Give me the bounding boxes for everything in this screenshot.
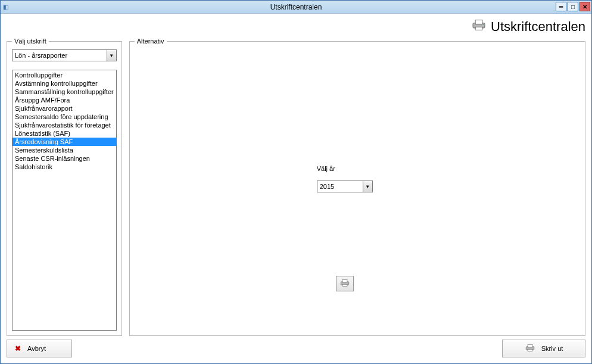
printer-icon	[471, 19, 487, 35]
list-item[interactable]: Saldohistorik	[13, 163, 116, 171]
close-button[interactable]: ✕	[579, 2, 590, 11]
category-select[interactable]: Lön - årsrapporter ▼	[12, 49, 117, 61]
cancel-icon: ✖	[14, 345, 21, 352]
window-title: Utskriftcentralen	[1, 3, 591, 11]
category-select-value: Lön - årsrapporter	[13, 52, 107, 59]
window-controls: ━ □ ✕	[556, 2, 590, 11]
minimize-button[interactable]: ━	[556, 2, 566, 11]
svg-rect-1	[475, 20, 482, 24]
list-item[interactable]: Semesterskuldslista	[13, 146, 116, 154]
list-item[interactable]: Avstämning kontrolluppgifter	[13, 79, 116, 88]
svg-rect-8	[528, 344, 532, 347]
app-window: ◧ Utskriftcentralen ━ □ ✕ Utskriftcentra…	[0, 0, 592, 364]
list-item[interactable]: Sjukfrånvarostatistik för företaget	[13, 121, 116, 129]
list-item[interactable]: Kontrolluppgifter	[13, 71, 116, 79]
client-area: Utskriftcentralen Välj utskrift Lön - år…	[1, 14, 591, 363]
maximize-button[interactable]: □	[568, 2, 578, 11]
svg-point-3	[483, 24, 484, 25]
body: Välj utskrift Lön - årsrapporter ▼ Kontr…	[7, 38, 585, 336]
page-title: Utskriftcentralen	[471, 19, 585, 35]
options-legend: Alternativ	[135, 38, 167, 45]
printer-icon	[339, 279, 350, 288]
cancel-button[interactable]: ✖ Avbryt	[7, 340, 72, 357]
options-group: Alternativ Välj år 2015 ▼	[129, 38, 585, 336]
list-item[interactable]: Årsredovisning SAF	[13, 138, 116, 146]
list-item[interactable]: Sjukfrånvarorapport	[13, 104, 116, 113]
report-list[interactable]: KontrolluppgifterAvstämning kontrolluppg…	[12, 70, 117, 331]
list-item[interactable]: Lönestatistik (SAF)	[13, 129, 116, 138]
titlebar: ◧ Utskriftcentralen ━ □ ✕	[1, 1, 591, 14]
print-button[interactable]: Skriv ut	[502, 340, 585, 357]
list-item[interactable]: Årsuppg AMF/Fora	[13, 96, 116, 104]
year-select-value: 2015	[317, 183, 363, 190]
select-print-group: Välj utskrift Lön - årsrapporter ▼ Kontr…	[7, 38, 122, 336]
list-item[interactable]: Semestersaldo före uppdatering	[13, 113, 116, 121]
svg-rect-9	[528, 349, 532, 351]
page-title-text: Utskriftcentralen	[491, 19, 585, 35]
preview-button[interactable]	[336, 276, 354, 291]
chevron-down-icon: ▼	[107, 50, 116, 61]
svg-rect-2	[475, 27, 482, 30]
print-label: Skriv ut	[541, 345, 563, 352]
chevron-down-icon: ▼	[363, 181, 372, 192]
svg-rect-6	[342, 284, 347, 286]
year-select[interactable]: 2015 ▼	[317, 181, 373, 192]
year-label: Välj år	[317, 165, 335, 172]
header: Utskriftcentralen	[7, 17, 585, 36]
list-item[interactable]: Sammanställning kontrolluppgifter	[13, 88, 116, 96]
select-print-legend: Välj utskrift	[12, 38, 49, 45]
app-icon: ◧	[3, 4, 8, 10]
list-item[interactable]: Senaste CSR-inläsningen	[13, 154, 116, 163]
svg-rect-5	[342, 279, 347, 282]
cancel-label: Avbryt	[27, 345, 46, 352]
options-area: Välj år 2015 ▼	[135, 49, 580, 331]
printer-icon	[525, 344, 535, 353]
footer: ✖ Avbryt Skriv ut	[7, 340, 585, 359]
